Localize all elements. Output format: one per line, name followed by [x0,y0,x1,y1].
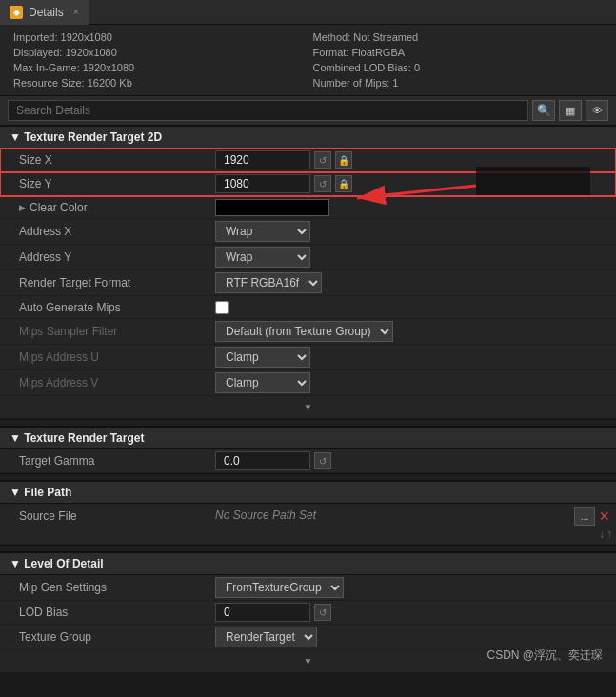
search-input[interactable] [8,100,528,121]
target-gamma-reset-button[interactable]: ↺ [314,452,331,469]
imported-info: Imported: 1920x1080 [13,30,304,44]
source-file-row: Source File No Source Path Set ... ✕ ↓ ↑ [0,504,616,545]
mips-address-u-row: Mips Address U Clamp Wrap Mirror [0,345,616,370]
section-level-of-detail[interactable]: ▼ Level Of Detail [0,552,616,575]
size-y-label: Size Y [0,174,209,193]
expand-more-row: ▼ [0,396,616,419]
clear-color-label: ▶ Clear Color [0,198,209,217]
auto-generate-mips-label: Auto Generate Mips [0,298,209,317]
mips-address-u-label: Mips Address U [0,348,209,367]
clear-color-row: ▶ Clear Color [0,196,616,219]
address-x-label: Address X [0,222,209,241]
texture-group-value: RenderTarget World UI [209,625,616,649]
section-file-path[interactable]: ▼ File Path [0,481,616,504]
section-label-4: ▼ Level Of Detail [10,557,104,570]
mips-address-v-row: Mips Address V Clamp Wrap Mirror [0,370,616,396]
source-file-value-container: No Source Path Set [209,507,574,524]
render-target-format-label: Render Target Format [0,273,209,292]
size-y-input[interactable] [215,174,310,193]
source-file-arrow-up-button[interactable]: ↑ [606,528,612,541]
clear-color-expand-arrow[interactable]: ▶ [19,203,26,212]
search-bar: 🔍 ▦ 👁 [0,96,616,126]
source-file-label: Source File [0,507,209,526]
mips-sampler-filter-select[interactable]: Default (from Texture Group) [215,321,393,342]
mips-address-v-select[interactable]: Clamp Wrap Mirror [215,372,310,393]
section-label: ▼ Texture Render Target 2D [10,130,162,144]
size-y-lock-button[interactable]: 🔒 [335,175,352,192]
search-button[interactable]: 🔍 [532,100,555,121]
main-container: ◆ Details × Imported: 1920x1080 Method: … [0,0,616,673]
texture-group-select[interactable]: RenderTarget World UI [215,627,317,647]
texture-group-row: Texture Group RenderTarget World UI [0,625,616,650]
texture-group-label: Texture Group [0,627,209,647]
max-in-game-info: Max In-Game: 1920x1080 [13,61,304,74]
section-divider-2 [0,473,616,481]
target-gamma-row: Target Gamma ↺ [0,449,616,473]
section-texture-render-target-2d[interactable]: ▼ Texture Render Target 2D [0,126,616,149]
address-x-row: Address X Wrap Clamp Mirror [0,219,616,245]
target-gamma-input[interactable] [215,451,310,470]
address-x-value: Wrap Clamp Mirror [209,219,616,244]
mip-gen-settings-value: FromTextureGroup SimpleAverage [209,575,616,600]
auto-generate-mips-row: Auto Generate Mips [0,296,616,319]
mips-address-v-value: Clamp Wrap Mirror [209,370,616,395]
address-x-select[interactable]: Wrap Clamp Mirror [215,221,310,242]
mip-gen-settings-label: Mip Gen Settings [0,578,209,597]
section-label-2: ▼ Texture Render Target [10,431,144,445]
source-file-controls: ... ✕ ↓ ↑ [574,507,616,541]
render-target-format-value: RTF RGBA16f RTF RGBA8 [209,270,616,295]
target-gamma-label: Target Gamma [0,451,209,470]
section-label-3: ▼ File Path [10,486,71,499]
mips-sampler-filter-value: Default (from Texture Group) [209,319,616,344]
address-y-label: Address Y [0,248,209,267]
info-panel: Imported: 1920x1080 Method: Not Streamed… [0,25,616,96]
auto-generate-mips-checkbox[interactable] [215,301,229,314]
size-y-reset-button[interactable]: ↺ [314,175,331,192]
lod-bias-row: LOD Bias ↺ [0,601,616,625]
mips-sampler-filter-label: Mips Sampler Filter [0,322,209,341]
render-target-format-row: Render Target Format RTF RGBA16f RTF RGB… [0,270,616,296]
mips-address-v-label: Mips Address V [0,373,209,392]
mip-gen-settings-row: Mip Gen Settings FromTextureGroup Simple… [0,575,616,601]
combined-lod-info: Combined LOD Bias: 0 [313,61,604,74]
clear-color-swatch[interactable] [215,199,329,216]
target-gamma-value: ↺ [209,449,616,472]
section-texture-render-target[interactable]: ▼ Texture Render Target [0,427,616,449]
size-x-input[interactable] [215,150,310,169]
source-file-browse-button[interactable]: ... [574,507,595,526]
method-info: Method: Not Streamed [313,30,604,44]
expand-more-bottom-button[interactable]: ▼ [304,656,313,667]
size-x-row: Size X ↺ 🔒 [0,149,616,172]
lod-bias-input[interactable] [215,603,310,622]
address-y-select[interactable]: Wrap Clamp Mirror [215,247,310,268]
source-file-arrow-down-button[interactable]: ↓ [599,528,605,541]
displayed-info: Displayed: 1920x1080 [13,46,304,59]
mips-address-u-select[interactable]: Clamp Wrap Mirror [215,347,310,368]
size-y-value-container: ↺ 🔒 [209,172,616,195]
lod-bias-value: ↺ [209,601,616,624]
mip-gen-settings-select[interactable]: FromTextureGroup SimpleAverage [215,577,344,598]
size-y-row: Size Y ↺ 🔒 [0,172,616,196]
lod-bias-label: LOD Bias [0,603,209,622]
render-target-format-select[interactable]: RTF RGBA16f RTF RGBA8 [215,272,322,293]
tab-icon: ◆ [10,6,23,19]
source-file-clear-button[interactable]: ✕ [597,508,612,524]
size-x-value-container: ↺ 🔒 [209,149,616,171]
resource-size-info: Resource Size: 16200 Kb [13,76,304,90]
grid-view-button[interactable]: ▦ [559,100,582,121]
size-x-label: Size X [0,150,209,169]
mips-address-u-value: Clamp Wrap Mirror [209,345,616,369]
details-tab[interactable]: ◆ Details × [0,0,89,25]
expand-more-button[interactable]: ▼ [304,402,313,412]
size-x-reset-button[interactable]: ↺ [314,151,331,169]
source-file-path-text: No Source Path Set [215,508,316,522]
size-x-lock-button[interactable]: 🔒 [335,151,352,169]
mips-sampler-filter-row: Mips Sampler Filter Default (from Textur… [0,319,616,345]
lod-bias-reset-button[interactable]: ↺ [314,604,331,621]
tab-close-button[interactable]: × [73,7,79,17]
auto-generate-mips-value [209,299,616,316]
eye-button[interactable]: 👁 [586,100,608,121]
clear-color-value [209,197,616,218]
tab-label: Details [29,6,64,19]
num-mips-info: Number of Mips: 1 [313,76,604,90]
